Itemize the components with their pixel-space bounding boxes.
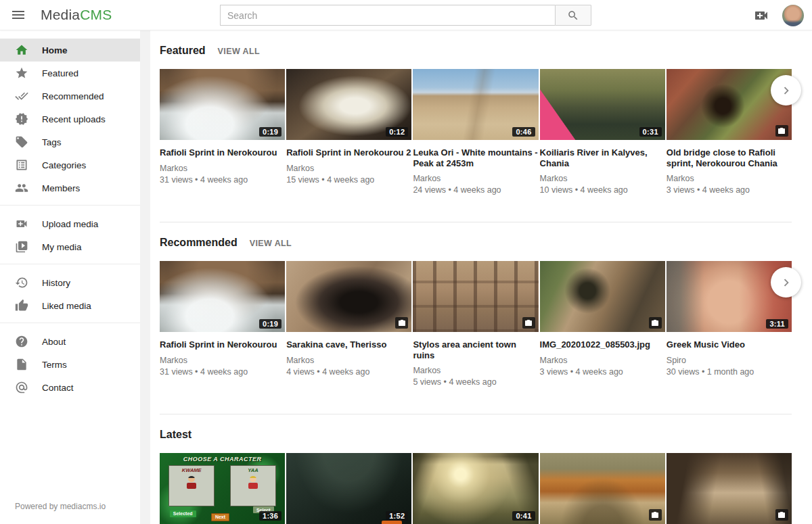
sidebar-item-label: Tags	[42, 137, 62, 147]
media-card: 0:19 Rafioli Sprint in Nerokourou Markos…	[160, 69, 285, 206]
user-avatar[interactable]	[782, 5, 804, 26]
sidebar-item-contact[interactable]: Contact	[0, 376, 140, 399]
media-meta: 31 views • 4 weeks ago	[160, 367, 285, 377]
camera-icon	[777, 127, 786, 135]
media-thumbnail[interactable]	[667, 69, 792, 140]
sidebar-item-about[interactable]: About	[0, 330, 140, 353]
thumbnail-game-title: CHOOSE A CHARACTER	[160, 456, 285, 462]
media-thumbnail[interactable]: 0:12	[286, 69, 411, 140]
sidebar-item-home[interactable]: Home	[0, 39, 140, 62]
sidebar-item-terms[interactable]: Terms	[0, 353, 140, 376]
chevron-right-icon	[779, 275, 794, 290]
app-logo[interactable]: MediaCMS	[41, 7, 112, 23]
media-author[interactable]: Markos	[286, 356, 411, 365]
media-author[interactable]: Markos	[413, 174, 538, 183]
media-meta: 24 views • 4 weeks ago	[413, 185, 538, 195]
media-title[interactable]: Koiliaris River in Kalyves, Chania	[540, 147, 665, 168]
media-title[interactable]: IMG_20201022_085503.jpg	[540, 339, 665, 350]
powered-by-link[interactable]: Powered by mediacms.io	[15, 502, 106, 511]
media-author[interactable]: Markos	[540, 174, 665, 183]
media-title[interactable]: Rafioli Sprint in Nerokourou	[160, 147, 285, 158]
media-card-info: Rafioli Sprint in Nerokourou Markos 31 v…	[160, 147, 285, 206]
sidebar-item-upload-media[interactable]: Upload media	[0, 212, 140, 235]
sidebar-item-featured[interactable]: Featured	[0, 62, 140, 85]
image-type-badge	[649, 317, 662, 329]
sidebar-item-tags[interactable]: Tags	[0, 130, 140, 153]
media-title[interactable]: Sarakina cave, Therisso	[286, 339, 411, 350]
view-all-link[interactable]: VIEW ALL	[218, 47, 260, 56]
sidebar-item-recent-uploads[interactable]: Recent uploads	[0, 108, 140, 130]
section-recommended: Recommended VIEW ALL 0:19 Rafioli Sprint…	[160, 222, 792, 414]
media-thumbnail[interactable]	[540, 261, 665, 332]
media-thumbnail[interactable]: 0:46	[413, 69, 538, 140]
media-thumbnail[interactable]	[413, 261, 538, 332]
next-page-button[interactable]	[771, 75, 801, 105]
video-library-icon	[15, 240, 28, 254]
sidebar-item-members[interactable]: Members	[0, 176, 140, 199]
sidebar-item-my-media[interactable]: My media	[0, 235, 140, 258]
upload-media-button[interactable]	[752, 7, 770, 24]
media-thumbnail[interactable]	[540, 453, 665, 524]
media-title[interactable]: Leuka Ori - White mountains - Peak at 24…	[413, 147, 538, 168]
media-author[interactable]: Markos	[540, 356, 665, 365]
duration-badge: 1:52	[386, 511, 408, 521]
media-thumbnail[interactable]: 3:11	[667, 261, 792, 332]
search-button[interactable]	[555, 5, 591, 26]
media-author[interactable]: Markos	[286, 164, 411, 173]
media-author[interactable]: Markos	[667, 174, 792, 183]
media-meta: 15 views • 4 weeks ago	[286, 175, 411, 185]
media-thumbnail[interactable]: 0:31	[540, 69, 665, 140]
media-card-info: Old bridge close to Rafioli sprint, Nero…	[667, 147, 792, 206]
main-content: Featured VIEW ALL 0:19 Rafioli Sprint in…	[150, 30, 812, 524]
media-author[interactable]: Markos	[160, 356, 285, 365]
media-card-info: IMG_20201022_085503.jpg Markos 3 views •…	[540, 339, 665, 398]
sidebar-item-label: Featured	[42, 68, 78, 78]
duration-badge: 0:41	[512, 511, 535, 521]
image-type-badge	[775, 509, 788, 521]
media-title[interactable]: Stylos area ancient town ruins	[413, 339, 538, 360]
media-thumbnail[interactable]: 0:41	[413, 453, 538, 524]
thumbnail-character-name: YAA	[231, 467, 276, 473]
top-bar: MediaCMS	[0, 0, 812, 30]
media-card: 0:31 Koiliaris River in Kalyves, Chania …	[540, 69, 665, 206]
sidebar-item-recommended[interactable]: Recommended	[0, 85, 140, 108]
video-call-icon	[15, 217, 28, 231]
sidebar-item-label: Upload media	[42, 219, 98, 229]
media-meta: 4 views • 4 weeks ago	[286, 367, 411, 377]
media-author[interactable]: Spiro	[667, 356, 792, 365]
sidebar-scrollbar[interactable]	[140, 30, 150, 524]
new-releases-icon	[15, 112, 28, 126]
media-thumbnail[interactable]: 0:19	[160, 69, 285, 140]
sidebar-group: History Liked media	[0, 264, 150, 323]
sidebar-item-liked-media[interactable]: Liked media	[0, 294, 140, 317]
image-type-badge	[522, 317, 535, 329]
camera-icon	[651, 511, 659, 519]
next-page-button[interactable]	[771, 267, 801, 297]
sidebar-item-label: History	[42, 278, 70, 288]
media-title[interactable]: Rafioli Sprint in Nerokourou	[160, 339, 285, 350]
sidebar-item-history[interactable]: History	[0, 271, 140, 294]
media-meta: 5 views • 4 weeks ago	[413, 377, 538, 387]
sidebar-item-categories[interactable]: Categories	[0, 153, 140, 176]
hamburger-menu-button[interactable]	[3, 0, 34, 30]
search-input[interactable]	[220, 5, 555, 26]
media-card-info: Koiliaris River in Kalyves, Chania Marko…	[540, 147, 665, 206]
media-title[interactable]: Old bridge close to Rafioli sprint, Nero…	[667, 147, 792, 168]
media-title[interactable]: Rafioli Sprint in Nerokourou 2	[286, 147, 411, 158]
media-thumbnail[interactable]	[667, 453, 792, 524]
media-meta: 31 views • 4 weeks ago	[160, 175, 285, 185]
media-thumbnail[interactable]: 0:19	[160, 261, 285, 332]
media-thumbnail[interactable]: 1:52	[286, 453, 411, 524]
sidebar-item-label: Contact	[42, 383, 74, 393]
media-title[interactable]: Greek Music Video	[667, 339, 792, 350]
at-icon	[15, 381, 28, 394]
media-author[interactable]: Markos	[160, 164, 285, 173]
logo-suffix: CMS	[80, 7, 112, 22]
view-all-link[interactable]: VIEW ALL	[250, 239, 292, 248]
home-icon	[15, 43, 28, 57]
media-card: 0:12 Rafioli Sprint in Nerokourou 2 Mark…	[286, 69, 411, 206]
media-thumbnail[interactable]: CHOOSE A CHARACTERKWAMEYAASelectedNextSe…	[160, 453, 285, 524]
media-author[interactable]: Markos	[413, 366, 538, 375]
double-check-icon	[15, 89, 28, 103]
media-thumbnail[interactable]	[286, 261, 411, 332]
